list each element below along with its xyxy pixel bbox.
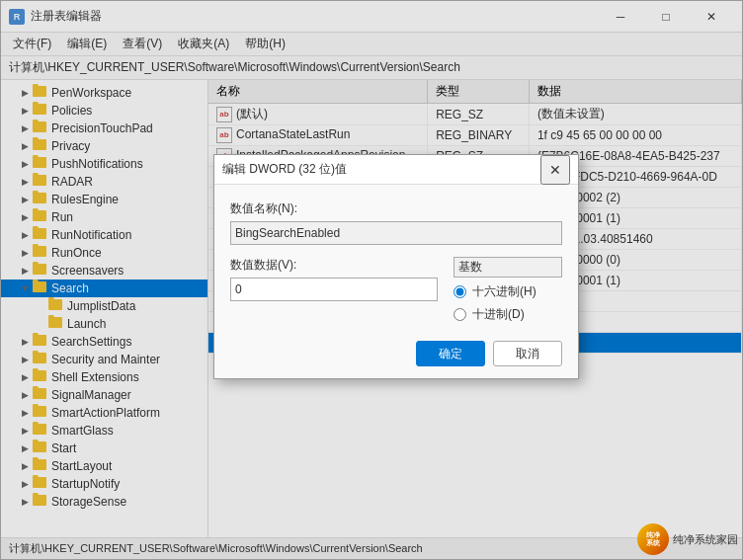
- dialog-title-bar: 编辑 DWORD (32 位)值 ✕: [214, 155, 578, 185]
- dialog-title: 编辑 DWORD (32 位)值: [222, 161, 540, 178]
- dialog-name-field: 数值名称(N):: [230, 200, 562, 245]
- dialog-overlay: 编辑 DWORD (32 位)值 ✕ 数值名称(N): 数值数据(V):: [1, 1, 742, 559]
- dialog-body: 数值名称(N): 数值数据(V): 基数: [214, 185, 578, 378]
- watermark-text: 纯净系统家园: [673, 532, 738, 547]
- dialog-buttons: 确定 取消: [230, 341, 562, 366]
- dialog-base-section: 基数 十六进制(H) 十进制(D): [454, 257, 562, 329]
- radio-hex-input[interactable]: [454, 285, 466, 298]
- radio-dec[interactable]: 十进制(D): [454, 306, 562, 323]
- radio-hex-label: 十六进制(H): [472, 283, 537, 300]
- watermark: 纯净系统 纯净系统家园: [637, 523, 738, 555]
- watermark-badge: 纯净系统: [637, 523, 669, 555]
- dialog-value-section: 数值数据(V):: [230, 257, 438, 313]
- dialog-cancel-button[interactable]: 取消: [493, 341, 562, 366]
- dialog-name-input[interactable]: [230, 221, 562, 245]
- dialog-data-field: 数值数据(V):: [230, 257, 438, 301]
- base-title: 基数: [454, 257, 562, 278]
- radio-dec-input[interactable]: [454, 308, 466, 321]
- main-window: R 注册表编辑器 ─ □ ✕ 文件(F) 编辑(E) 查看(V) 收藏夹(A) …: [0, 0, 743, 560]
- dialog-close-button[interactable]: ✕: [540, 155, 570, 185]
- dialog-data-label: 数值数据(V):: [230, 257, 438, 274]
- dialog-ok-button[interactable]: 确定: [416, 341, 485, 366]
- radio-dec-label: 十进制(D): [472, 306, 525, 323]
- dialog-name-label: 数值名称(N):: [230, 200, 562, 217]
- edit-dword-dialog: 编辑 DWORD (32 位)值 ✕ 数值名称(N): 数值数据(V):: [213, 154, 579, 379]
- radio-hex[interactable]: 十六进制(H): [454, 283, 562, 300]
- dialog-data-input[interactable]: [230, 278, 438, 301]
- dialog-data-base-row: 数值数据(V): 基数 十六进制(H) 十进制(D): [230, 257, 562, 329]
